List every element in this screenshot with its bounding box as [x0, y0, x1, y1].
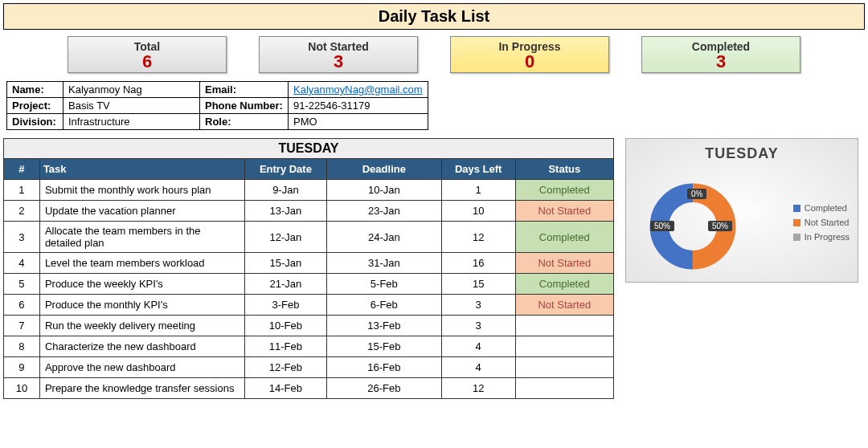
cell-entry: 11-Feb: [244, 336, 326, 357]
cell-entry: 9-Jan: [244, 180, 326, 201]
cell-days: 3: [441, 316, 515, 336]
summary-card-in-progress: In Progress0: [450, 36, 609, 73]
cell-entry: 13-Jan: [244, 201, 326, 222]
legend-notstarted: Not Started: [805, 218, 850, 227]
col-num: #: [4, 159, 40, 180]
role-label: Role:: [200, 114, 289, 130]
table-row: 10Prepare the knowledge transfer session…: [4, 378, 614, 399]
phone-label: Phone Number:: [200, 98, 289, 114]
chart-legend: Completed Not Started In Progress: [793, 203, 850, 246]
name-value: Kalyanmoy Nag: [63, 82, 200, 98]
slice-label-notstarted: 50%: [650, 221, 674, 231]
cell-deadline: 6-Feb: [326, 295, 441, 316]
cell-deadline: 24-Jan: [326, 222, 441, 253]
table-row: 6Produce the monthly KPI's3-Feb6-Feb3Not…: [4, 295, 614, 316]
cell-num: 1: [4, 180, 40, 201]
cell-num: 9: [4, 357, 40, 378]
cell-deadline: 5-Feb: [326, 274, 441, 295]
cell-deadline: 10-Jan: [326, 180, 441, 201]
cell-entry: 21-Jan: [244, 274, 326, 295]
cell-task: Produce the monthly KPI's: [39, 295, 244, 316]
summary-card-completed: Completed3: [641, 36, 800, 73]
cell-task: Produce the weekly KPI's: [39, 274, 244, 295]
cell-entry: 12-Feb: [244, 357, 326, 378]
summary-value: 6: [68, 53, 226, 71]
cell-num: 5: [4, 274, 40, 295]
cell-num: 8: [4, 336, 40, 357]
table-row: 4Level the team members workload15-Jan31…: [4, 253, 614, 274]
table-row: 3Allocate the team members in the detail…: [4, 222, 614, 253]
swatch-inprogress-icon: [793, 234, 800, 241]
cell-days: 15: [441, 274, 515, 295]
cell-days: 3: [441, 295, 515, 316]
page-title: Daily Task List: [3, 3, 865, 30]
cell-status[interactable]: [515, 316, 613, 336]
cell-status[interactable]: Completed: [515, 180, 613, 201]
cell-status[interactable]: [515, 378, 613, 399]
cell-task: Submit the monthly work hours plan: [39, 180, 244, 201]
role-value: PMO: [289, 114, 428, 130]
table-row: 7Run the weekly delivery meeting10-Feb13…: [4, 316, 614, 336]
col-deadline: Deadline: [326, 159, 441, 180]
cell-status[interactable]: Not Started: [515, 201, 613, 222]
table-row: 1Submit the monthly work hours plan9-Jan…: [4, 180, 614, 201]
col-status: Status: [515, 159, 613, 180]
cell-task: Allocate the team members in the detaile…: [39, 222, 244, 253]
cell-task: Run the weekly delivery meeting: [39, 316, 244, 336]
cell-days: 4: [441, 336, 515, 357]
legend-inprogress: In Progress: [805, 232, 850, 242]
cell-status[interactable]: Completed: [515, 274, 613, 295]
slice-label-inprogress: 0%: [687, 189, 706, 199]
task-table: # Task Entry Date Deadline Days Left Sta…: [3, 158, 614, 399]
summary-card-not-started: Not Started3: [259, 36, 418, 73]
cell-status[interactable]: Not Started: [515, 295, 613, 316]
cell-days: 12: [441, 222, 515, 253]
project-label: Project:: [7, 98, 63, 114]
table-row: 9Approve the new dashboard12-Feb16-Feb4: [4, 357, 614, 378]
legend-completed: Completed: [805, 203, 847, 213]
swatch-completed-icon: [793, 205, 800, 212]
info-table: Name: Kalyanmoy Nag Email: KalyanmoyNag@…: [6, 81, 428, 130]
cell-days: 10: [441, 201, 515, 222]
cell-num: 2: [4, 201, 40, 222]
summary-value: 0: [451, 53, 608, 71]
division-label: Division:: [7, 114, 63, 130]
project-value: Basis TV: [63, 98, 200, 114]
summary-cards: Total6Not Started3In Progress0Completed3: [3, 30, 865, 81]
cell-num: 3: [4, 222, 40, 253]
cell-num: 4: [4, 253, 40, 274]
cell-status[interactable]: Not Started: [515, 253, 613, 274]
email-label: Email:: [200, 82, 289, 98]
cell-task: Characterize the new dashboard: [39, 336, 244, 357]
table-row: 5Produce the weekly KPI's21-Jan5-Feb15Co…: [4, 274, 614, 295]
cell-task: Update the vacation planner: [39, 201, 244, 222]
cell-deadline: 13-Feb: [326, 316, 441, 336]
chart-panel: TUESDAY 50% 50% 0% Completed Not Started…: [625, 138, 858, 283]
cell-entry: 3-Feb: [244, 295, 326, 316]
cell-entry: 12-Jan: [244, 222, 326, 253]
cell-deadline: 15-Feb: [326, 336, 441, 357]
cell-deadline: 26-Feb: [326, 378, 441, 399]
cell-deadline: 16-Feb: [326, 357, 441, 378]
cell-status[interactable]: Completed: [515, 222, 613, 253]
cell-deadline: 23-Jan: [326, 201, 441, 222]
email-value[interactable]: KalyanmoyNag@gmail.com: [289, 82, 428, 98]
cell-task: Approve the new dashboard: [39, 357, 244, 378]
col-entry: Entry Date: [244, 159, 326, 180]
email-link[interactable]: KalyanmoyNag@gmail.com: [293, 83, 423, 96]
swatch-notstarted-icon: [793, 219, 800, 226]
day-banner: TUESDAY: [3, 138, 614, 158]
name-label: Name:: [7, 82, 63, 98]
cell-days: 16: [441, 253, 515, 274]
col-days: Days Left: [441, 159, 515, 180]
cell-deadline: 31-Jan: [326, 253, 441, 274]
cell-status[interactable]: [515, 357, 613, 378]
cell-days: 4: [441, 357, 515, 378]
summary-value: 3: [260, 53, 417, 71]
cell-status[interactable]: [515, 336, 613, 357]
table-row: 8Characterize the new dashboard11-Feb15-…: [4, 336, 614, 357]
cell-entry: 15-Jan: [244, 253, 326, 274]
cell-days: 12: [441, 378, 515, 399]
cell-task: Prepare the knowledge transfer sessions: [39, 378, 244, 399]
summary-value: 3: [642, 53, 800, 71]
